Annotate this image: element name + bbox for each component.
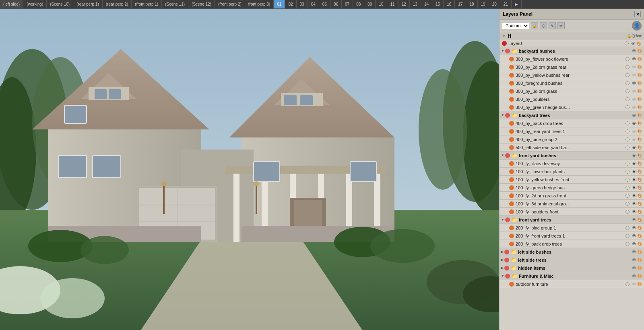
child-eye-0-4[interactable]: 👁 xyxy=(631,89,637,94)
child-vis-3-0[interactable] xyxy=(625,226,630,230)
child-eye-0-0[interactable]: 👁 xyxy=(631,57,637,61)
tab-_Scene_10_[interactable]: (Scene 10) xyxy=(47,0,73,8)
tab-20[interactable]: 20 xyxy=(489,0,500,8)
child-vis-2-6[interactable] xyxy=(625,210,630,214)
layer-item-0-5[interactable]: 300_by_boulders👁🎨 xyxy=(500,95,644,103)
tab-05[interactable]: 05 xyxy=(319,0,330,8)
child-eye-0-5[interactable]: 👁 xyxy=(631,97,637,102)
child-vis-3-2[interactable] xyxy=(625,242,630,246)
child-paint-3-0[interactable]: 🎨 xyxy=(637,225,642,230)
child-paint-2-4[interactable]: 🎨 xyxy=(637,193,642,198)
expand-arrow-5[interactable]: ▶ xyxy=(501,258,504,262)
child-eye-0-3[interactable]: 👁 xyxy=(631,81,637,86)
child-paint-0-6[interactable]: 🎨 xyxy=(637,105,642,109)
group-paint-6[interactable]: 🎨 xyxy=(637,266,642,270)
tab-02[interactable]: 02 xyxy=(285,0,296,8)
tab-_working_[interactable]: (working) xyxy=(23,0,47,8)
layer-item-2-5[interactable]: 100_fy_3d ornimental grass front👁🎨 xyxy=(500,200,644,208)
layer-group-4[interactable]: ▶📁left side bushes👁🎨 xyxy=(500,248,644,256)
layer-item-3-1[interactable]: 200_fy_front yard trees 1👁🎨 xyxy=(500,232,644,240)
child-eye-0-1[interactable]: 👁 xyxy=(631,65,637,70)
tab-06[interactable]: 06 xyxy=(330,0,342,8)
child-paint-0-3[interactable]: 🎨 xyxy=(637,81,642,85)
child-eye-3-0[interactable]: 👁 xyxy=(631,225,637,230)
pencil-icon[interactable]: ✏ xyxy=(557,22,565,29)
tab-11[interactable]: 11 xyxy=(387,0,398,8)
expand-main[interactable]: ▼ xyxy=(502,34,508,38)
layer-group-5[interactable]: ▶📁left side trees👁🎨 xyxy=(500,256,644,264)
layer-group-3[interactable]: ▼📁front yard trees👁🎨 xyxy=(500,216,644,224)
layer-group-2[interactable]: ▼📁front yard bushes👁🎨 xyxy=(500,152,644,160)
child-paint-3-1[interactable]: 🎨 xyxy=(637,234,642,238)
group-paint-4[interactable]: 🎨 xyxy=(637,250,642,254)
tab-03[interactable]: 03 xyxy=(297,0,308,8)
group-eye-0[interactable]: 👁 xyxy=(631,49,637,53)
tab-21[interactable]: 21 xyxy=(500,0,512,8)
tab-17[interactable]: 17 xyxy=(455,0,466,8)
tab-_rear_perp_1_[interactable]: (rear perp 1) xyxy=(73,0,103,8)
child-vis-1-0[interactable] xyxy=(625,121,630,125)
group-eye-2[interactable]: 👁 xyxy=(631,153,637,158)
tab-09[interactable]: 09 xyxy=(364,0,376,8)
layer0-row[interactable]: Layer0 👁 🎨 xyxy=(500,40,644,47)
child-vis-2-1[interactable] xyxy=(625,170,630,174)
child-vis-2-0[interactable] xyxy=(625,162,630,166)
child-eye-0-6[interactable]: 👁 xyxy=(631,105,637,110)
layer-item-2-1[interactable]: 100_fy_flower box plants👁🎨 xyxy=(500,168,644,176)
layer0-paint[interactable]: 🎨 xyxy=(636,41,642,46)
child-paint-0-4[interactable]: 🎨 xyxy=(637,89,642,93)
lock-icon[interactable]: 🔒 xyxy=(531,22,538,29)
child-paint-1-2[interactable]: 🎨 xyxy=(637,137,642,141)
child-vis-3-1[interactable] xyxy=(625,234,630,238)
child-vis-2-2[interactable] xyxy=(625,178,630,182)
child-eye-2-0[interactable]: 👁 xyxy=(631,161,637,166)
layer-item-0-4[interactable]: 300_by_3d orn grass👁🎨 xyxy=(500,87,644,95)
layer-item-2-0[interactable]: 100_fy_lilacs driveway👁🎨 xyxy=(500,160,644,168)
child-paint-1-1[interactable]: 🎨 xyxy=(637,129,642,133)
expand-arrow-2[interactable]: ▼ xyxy=(501,154,504,157)
group-paint-2[interactable]: 🎨 xyxy=(637,153,642,158)
child-vis-1-3[interactable] xyxy=(625,146,630,150)
tab-04[interactable]: 04 xyxy=(308,0,319,8)
tab-_Scene_11_[interactable]: (Scene 11) xyxy=(162,0,188,8)
child-vis-2-5[interactable] xyxy=(625,202,630,206)
layer-item-0-0[interactable]: 300_by_flower box flowers👁🎨 xyxy=(500,55,644,63)
tab-19[interactable]: 19 xyxy=(478,0,489,8)
child-eye-0-2[interactable]: 👁 xyxy=(631,73,637,78)
layer-group-1[interactable]: ▼📁backyard trees👁🎨 xyxy=(500,111,644,119)
child-eye-2-2[interactable]: 👁 xyxy=(631,177,637,182)
child-paint-1-0[interactable]: 🎨 xyxy=(637,121,642,125)
group-paint-0[interactable]: 🎨 xyxy=(637,49,642,53)
h-hex-icon[interactable]: ⬡ xyxy=(632,34,635,38)
h-lock-icon[interactable]: 🔒 xyxy=(627,34,632,38)
group-paint-1[interactable]: 🎨 xyxy=(637,113,642,117)
child-vis-2-3[interactable] xyxy=(625,186,630,190)
expand-arrow-6[interactable]: ▶ xyxy=(501,266,504,270)
child-paint-7-0[interactable]: 🎨 xyxy=(637,282,642,286)
tab-10[interactable]: 10 xyxy=(376,0,387,8)
layers-panel-close[interactable]: ✕ xyxy=(634,11,641,17)
expand-arrow-1[interactable]: ▼ xyxy=(501,113,504,117)
tab-15[interactable]: 15 xyxy=(432,0,444,8)
layer-group-0[interactable]: ▼📁backyard bushes👁🎨 xyxy=(500,47,644,55)
layer-item-2-2[interactable]: 100_fy_yellow bushes front👁🎨 xyxy=(500,176,644,184)
child-vis-7-0[interactable] xyxy=(625,282,630,286)
child-vis-0-4[interactable] xyxy=(625,89,630,93)
child-eye-2-3[interactable]: 👁 xyxy=(631,185,637,190)
expand-arrow-4[interactable]: ▶ xyxy=(501,250,504,254)
child-vis-0-0[interactable] xyxy=(625,57,630,61)
tab-18[interactable]: 18 xyxy=(466,0,477,8)
tab-13[interactable]: 13 xyxy=(410,0,421,8)
tab-08[interactable]: 08 xyxy=(353,0,364,8)
group-eye-1[interactable]: 👁 xyxy=(631,113,637,118)
tab-12[interactable]: 12 xyxy=(398,0,410,8)
tab-_Scene_12_[interactable]: (Scene 12) xyxy=(188,0,215,8)
h-edit-icon[interactable]: ✎ xyxy=(635,34,638,38)
group-eye-5[interactable]: 👁 xyxy=(631,258,637,262)
layer-item-2-6[interactable]: 100_fy_boulders front👁🎨 xyxy=(500,208,644,216)
child-vis-1-1[interactable] xyxy=(625,129,630,133)
layer-group-7[interactable]: ▼📁Furniture & Misc👁🎨 xyxy=(500,272,644,280)
tab-14[interactable]: 14 xyxy=(421,0,432,8)
layer-group-6[interactable]: ▶📁hidden items👁🎨 xyxy=(500,264,644,272)
tab-01[interactable]: 01 xyxy=(274,0,285,8)
